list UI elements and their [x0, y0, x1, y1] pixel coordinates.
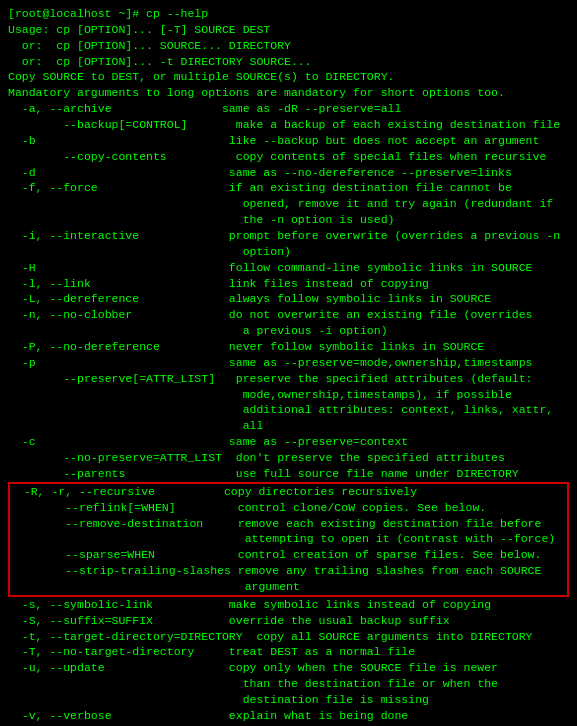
terminal-line: -s, --symbolic-link make symbolic links … — [8, 597, 569, 613]
terminal-line: Mandatory arguments to long options are … — [8, 85, 569, 101]
terminal-line: --parents use full source file name unde… — [8, 466, 569, 482]
terminal-line: -c same as --preserve=context — [8, 434, 569, 450]
terminal-line-highlighted: attempting to open it (contrast with --f… — [10, 531, 567, 547]
terminal-line: option) — [8, 244, 569, 260]
highlighted-lines: -R, -r, --recursive copy directories rec… — [10, 484, 567, 595]
terminal-line: -v, --verbose explain what is being done — [8, 708, 569, 724]
terminal-line: -a, --archive same as -dR --preserve=all — [8, 101, 569, 117]
terminal-line: --preserve[=ATTR_LIST] preserve the spec… — [8, 371, 569, 387]
terminal-line: -t, --target-directory=DIRECTORY copy al… — [8, 629, 569, 645]
terminal-line-highlighted: --strip-trailing-slashes remove any trai… — [10, 563, 567, 579]
terminal-line-highlighted: --sparse=WHEN control creation of sparse… — [10, 547, 567, 563]
terminal-line: opened, remove it and try again (redunda… — [8, 196, 569, 212]
normal-lines-after: -s, --symbolic-link make symbolic links … — [8, 597, 569, 726]
terminal-line: additional attributes: context, links, x… — [8, 402, 569, 418]
terminal-line-highlighted: --reflink[=WHEN] control clone/CoW copie… — [10, 500, 567, 516]
terminal-line: --backup[=CONTROL] make a backup of each… — [8, 117, 569, 133]
terminal-line: -u, --update copy only when the SOURCE f… — [8, 660, 569, 676]
terminal-line-highlighted: -R, -r, --recursive copy directories rec… — [10, 484, 567, 500]
terminal-line: -n, --no-clobber do not overwrite an exi… — [8, 307, 569, 323]
terminal-line: destination file is missing — [8, 692, 569, 708]
terminal-line: all — [8, 418, 569, 434]
terminal-line: -l, --link link files instead of copying — [8, 276, 569, 292]
terminal-line-highlighted: argument — [10, 579, 567, 595]
terminal-line: than the destination file or when the — [8, 676, 569, 692]
terminal-line: -H follow command-line symbolic links in… — [8, 260, 569, 276]
terminal-line: --copy-contents copy contents of special… — [8, 149, 569, 165]
terminal-line: or: cp [OPTION]... SOURCE... DIRECTORY — [8, 38, 569, 54]
terminal-line: -i, --interactive prompt before overwrit… — [8, 228, 569, 244]
terminal-line: Copy SOURCE to DEST, or multiple SOURCE(… — [8, 69, 569, 85]
terminal-line: mode,ownership,timestamps), if possible — [8, 387, 569, 403]
terminal-output: [root@localhost ~]# cp --help — [8, 6, 569, 22]
terminal-line: -b like --backup but does not accept an … — [8, 133, 569, 149]
terminal-line: --no-preserve=ATTR_LIST don't preserve t… — [8, 450, 569, 466]
terminal-line: -T, --no-target-directory treat DEST as … — [8, 644, 569, 660]
terminal-line: a previous -i option) — [8, 323, 569, 339]
terminal-line: -p same as --preserve=mode,ownership,tim… — [8, 355, 569, 371]
terminal-line: Usage: cp [OPTION]... [-T] SOURCE DEST — [8, 22, 569, 38]
terminal-line: the -n option is used) — [8, 212, 569, 228]
normal-lines-before: Usage: cp [OPTION]... [-T] SOURCE DEST o… — [8, 22, 569, 482]
terminal-line: -f, --force if an existing destination f… — [8, 180, 569, 196]
terminal-line: or: cp [OPTION]... -t DIRECTORY SOURCE..… — [8, 54, 569, 70]
terminal-line: -P, --no-dereference never follow symbol… — [8, 339, 569, 355]
terminal-line: -d same as --no-dereference --preserve=l… — [8, 165, 569, 181]
highlighted-recursive-block: -R, -r, --recursive copy directories rec… — [8, 482, 569, 597]
terminal-line: -L, --dereference always follow symbolic… — [8, 291, 569, 307]
terminal-content: Usage: cp [OPTION]... [-T] SOURCE DEST o… — [8, 22, 569, 726]
terminal-line: -S, --suffix=SUFFIX override the usual b… — [8, 613, 569, 629]
prompt-line: [root@localhost ~]# cp --help — [8, 7, 208, 20]
terminal-line-highlighted: --remove-destination remove each existin… — [10, 516, 567, 532]
